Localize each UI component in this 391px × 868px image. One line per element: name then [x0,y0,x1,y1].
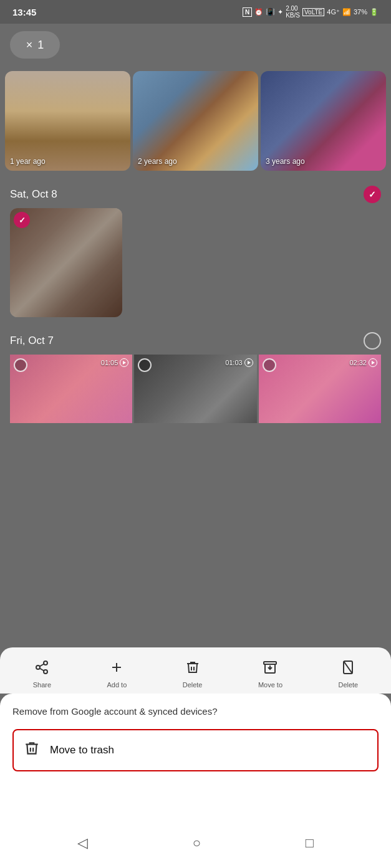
add-icon [109,660,124,679]
memory-time-2: 2 years ago [138,157,177,166]
svg-rect-7 [264,662,276,664]
svg-point-1 [36,665,40,669]
select-all-oct8[interactable] [364,186,381,203]
delete-device-action[interactable]: Delete [331,655,365,694]
volte-icon: VoLTE [302,8,324,16]
svg-point-2 [44,670,47,674]
photo-selected-check [14,212,30,228]
video-3-duration: 02:32 [349,358,377,367]
back-button[interactable]: ◁ [77,835,88,851]
video-3-select[interactable] [263,358,276,372]
move-to-trash-label: Move to trash [50,744,114,756]
svg-line-10 [344,661,352,674]
nav-bar: ◁ ○ □ [0,818,391,868]
memories-section: 1 year ago 2 years ago 3 years ago [0,66,391,176]
select-all-oct7[interactable] [364,332,381,350]
svg-line-4 [40,664,44,667]
close-selection-button[interactable]: × 1 [10,31,60,59]
home-button[interactable]: ○ [193,835,201,851]
memory-time-1: 1 year ago [10,157,46,166]
network-icon: 4G⁺ [327,8,340,16]
battery-percent: 37% [354,8,367,16]
status-bar: 13:45 N ⏰ 📳 ✦ 2.00KB/S VoLTE 4G⁺ 📶 37% 🔋 [0,0,391,24]
video-2-duration: 01:03 [225,358,253,367]
recents-button[interactable]: □ [306,835,314,851]
section-oct8-header: Sat, Oct 8 [10,186,381,203]
selected-count: 1 [37,39,44,52]
delete-icon [185,660,200,679]
video-2-select[interactable] [138,358,152,372]
archive-icon [263,660,278,679]
memory-photo-2[interactable]: 2 years ago [133,71,258,171]
notification-icon: N [243,7,252,17]
video-1[interactable]: 01:05 [10,355,132,423]
share-label: Share [33,681,51,689]
share-action[interactable]: Share [26,655,59,694]
video-1-duration: 01:05 [101,358,129,367]
add-to-action[interactable]: Add to [99,655,134,694]
action-bar: Share Add to Delete Move to [0,647,391,694]
battery-icon: 🔋 [370,8,379,16]
move-to-trash-button[interactable]: Move to trash [12,729,379,771]
play-icon-2 [244,358,253,367]
memory-time-3: 3 years ago [266,157,305,166]
status-time: 13:45 [12,7,36,17]
memory-photo-1[interactable]: 1 year ago [5,71,130,171]
signal-icon: 📶 [342,8,351,16]
date-label-oct7: Fri, Oct 7 [10,335,54,347]
oct7-videos: 01:05 01:03 02:32 [10,355,381,423]
trash-icon [24,740,40,760]
alarm-icon: ⏰ [254,8,263,16]
move-to-action[interactable]: Move to [251,655,290,694]
oct8-photo-1[interactable] [10,208,122,317]
share-icon [34,660,49,679]
play-icon-1 [120,358,128,367]
play-icon-3 [369,358,377,367]
vibrate-icon: 📳 [266,7,275,16]
video-2[interactable]: 01:03 [134,355,256,423]
bluetooth-icon: ✦ [278,8,283,16]
oct8-photos [10,208,381,317]
section-oct7-header: Fri, Oct 7 [10,332,381,350]
section-oct8: Sat, Oct 8 [0,176,391,322]
video-1-select[interactable] [14,358,27,372]
add-to-label: Add to [107,681,127,689]
close-icon: × [26,39,33,52]
svg-line-3 [40,669,44,671]
section-oct7: Fri, Oct 7 01:05 01:03 02:32 [0,322,391,428]
video-3[interactable]: 02:32 [259,355,381,423]
memory-photo-3[interactable]: 3 years ago [261,71,386,171]
top-bar: × 1 [0,24,391,66]
status-icons: N ⏰ 📳 ✦ 2.00KB/S VoLTE 4G⁺ 📶 37% 🔋 [243,5,379,19]
svg-point-0 [44,661,47,665]
delete-label: Delete [183,681,203,689]
date-label-oct8: Sat, Oct 8 [10,188,57,201]
confirm-title: Remove from Google account & synced devi… [12,706,379,717]
delete-device-icon [340,660,355,679]
delete-device-label: Delete [338,681,358,689]
memories-row: 1 year ago 2 years ago 3 years ago [5,71,386,171]
data-speed: 2.00KB/S [286,5,300,19]
move-to-label: Move to [258,681,282,689]
delete-action[interactable]: Delete [175,655,210,694]
